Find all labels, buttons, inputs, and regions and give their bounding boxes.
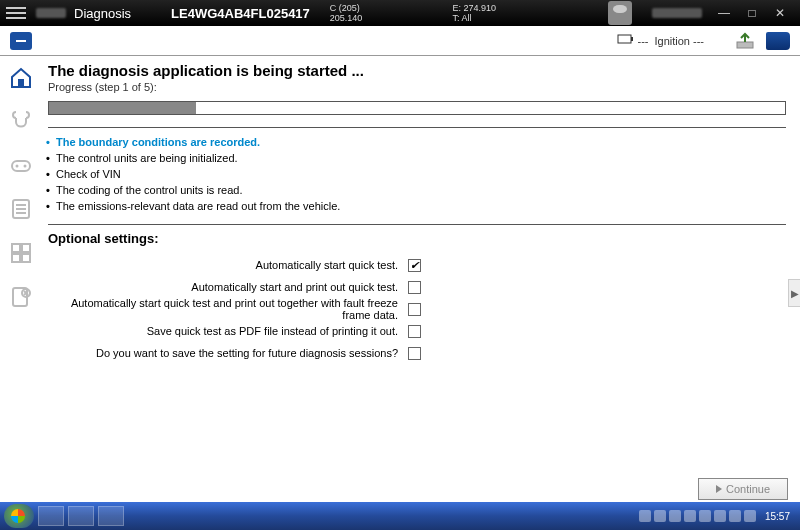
window-maximize-button[interactable]: □ (738, 4, 766, 22)
continue-button-label: Continue (726, 483, 770, 495)
window-close-button[interactable]: ✕ (766, 4, 794, 22)
optional-settings-title: Optional settings: (48, 231, 786, 246)
option-checkbox[interactable] (408, 347, 421, 360)
option-label: Save quick test as PDF file instead of p… (48, 325, 408, 337)
tray-icon[interactable] (684, 510, 696, 522)
titlebar: Diagnosis LE4WG4AB4FL025417 C (205) 205.… (0, 0, 800, 26)
footer-buttons: Continue (698, 478, 788, 500)
option-label: Automatically start and print out quick … (48, 281, 408, 293)
toolbar: --- Ignition --- (0, 26, 800, 56)
vehicle-meta-2: E: 274.910 T: All (452, 3, 496, 23)
option-row: Automatically start and print out quick … (48, 276, 786, 298)
device-status-icon[interactable] (608, 1, 632, 25)
tray-icon[interactable] (714, 510, 726, 522)
obscured-label-2 (652, 8, 702, 18)
taskbar-item[interactable] (68, 506, 94, 526)
tray-icon[interactable] (654, 510, 666, 522)
svg-rect-12 (22, 244, 30, 252)
start-button[interactable] (4, 504, 34, 528)
svg-rect-3 (18, 79, 24, 87)
continue-button[interactable]: Continue (698, 478, 788, 500)
option-label: Do you want to save the setting for futu… (48, 347, 408, 359)
step-item-current: The boundary conditions are recorded. (48, 134, 786, 150)
vehicle-meta-1: C (205) 205.140 (330, 3, 363, 23)
option-checkbox[interactable]: ✔ (408, 259, 421, 272)
separator (48, 127, 786, 128)
optional-settings: Automatically start quick test. ✔ Automa… (48, 254, 786, 364)
app-title: Diagnosis (74, 6, 131, 21)
progress-bar-fill (49, 102, 196, 114)
tray-icon[interactable] (729, 510, 741, 522)
arrow-right-icon (716, 485, 722, 493)
sidebar-diagnosis-icon[interactable] (6, 106, 36, 136)
ignition-status: Ignition --- (654, 35, 704, 47)
vin-label: LE4WG4AB4FL025417 (171, 6, 310, 21)
option-checkbox[interactable] (408, 325, 421, 338)
option-label: Automatically start quick test and print… (48, 297, 408, 321)
step-item: Check of VIN (48, 166, 786, 182)
option-row: Automatically start quick test and print… (48, 298, 786, 320)
svg-rect-13 (12, 254, 20, 262)
tray-icon[interactable] (699, 510, 711, 522)
page-title: The diagnosis application is being start… (48, 62, 786, 79)
workspace: The diagnosis application is being start… (0, 56, 800, 502)
battery-icon (617, 33, 635, 48)
sidebar-controller-icon[interactable] (6, 150, 36, 180)
svg-point-6 (24, 165, 27, 168)
hamburger-menu-icon[interactable] (6, 7, 26, 19)
svg-rect-0 (618, 35, 631, 43)
expand-right-icon[interactable]: ▶ (788, 279, 800, 307)
step-item: The emissions-relevant data are read out… (48, 198, 786, 214)
svg-rect-4 (12, 161, 30, 171)
sidebar (0, 56, 42, 502)
taskbar-item[interactable] (98, 506, 124, 526)
main-panel: The diagnosis application is being start… (42, 56, 800, 502)
tray-icon[interactable] (669, 510, 681, 522)
option-row: Do you want to save the setting for futu… (48, 342, 786, 364)
progress-bar (48, 101, 786, 115)
option-checkbox[interactable] (408, 303, 421, 316)
step-item: The coding of the control units is read. (48, 182, 786, 198)
sidebar-list-icon[interactable] (6, 194, 36, 224)
progress-label: Progress (step 1 of 5): (48, 81, 786, 93)
option-row: Automatically start quick test. ✔ (48, 254, 786, 276)
sidebar-home-icon[interactable] (6, 62, 36, 92)
svg-rect-11 (12, 244, 20, 252)
sidebar-grid-icon[interactable] (6, 238, 36, 268)
taskbar-clock[interactable]: 15:57 (765, 511, 790, 522)
option-row: Save quick test as PDF file instead of p… (48, 320, 786, 342)
option-label: Automatically start quick test. (48, 259, 408, 271)
sidebar-report-icon[interactable] (6, 282, 36, 312)
svg-rect-1 (631, 37, 633, 41)
svg-rect-14 (22, 254, 30, 262)
windows-taskbar: 15:57 (0, 502, 800, 530)
tray-icon[interactable] (744, 510, 756, 522)
help-book-icon[interactable] (766, 32, 790, 50)
option-checkbox[interactable] (408, 281, 421, 294)
window-minimize-button[interactable]: — (710, 4, 738, 22)
system-tray: 15:57 (639, 510, 796, 522)
separator (48, 224, 786, 225)
obscured-label (36, 8, 66, 18)
taskbar-item[interactable] (38, 506, 64, 526)
step-list: The boundary conditions are recorded. Th… (48, 134, 786, 214)
step-item: The control units are being initialized. (48, 150, 786, 166)
svg-point-5 (16, 165, 19, 168)
svg-rect-2 (737, 42, 753, 48)
export-icon[interactable] (734, 32, 756, 50)
collapse-button[interactable] (10, 32, 32, 50)
battery-status: --- (637, 35, 648, 47)
tray-icon[interactable] (639, 510, 651, 522)
